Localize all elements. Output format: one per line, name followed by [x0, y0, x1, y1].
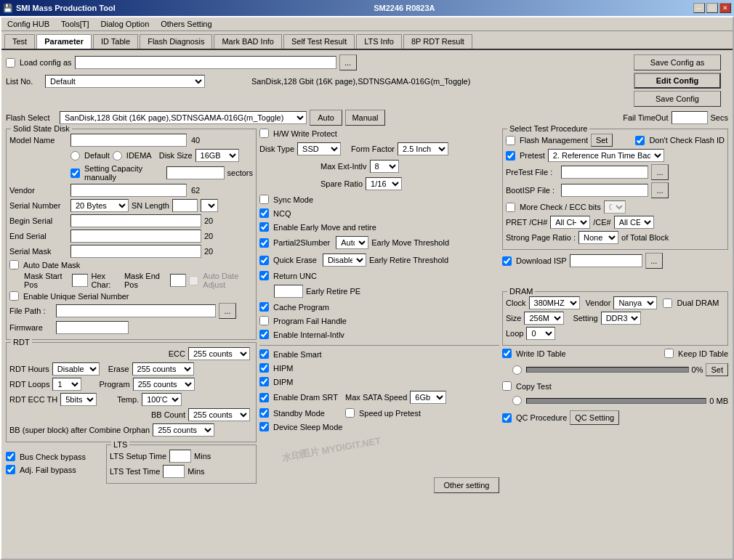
pretest-file-browse-button[interactable]: ... [651, 164, 669, 180]
close-button[interactable]: ✕ [719, 3, 731, 13]
disk-type-select[interactable]: SSD [297, 142, 341, 155]
vendor-input[interactable]: SMI DISK [70, 184, 187, 197]
lts-setup-time-input[interactable]: 10 [169, 450, 191, 463]
begin-serial-input[interactable]: AA00000000000001803 [70, 214, 201, 227]
flash-select-dropdown[interactable]: SanDisk,128 Gbit (16K page),SDTNSGAMA-01… [60, 111, 307, 124]
strong-page-ratio-select[interactable]: None [578, 231, 618, 244]
boot-isp-file-browse-button[interactable]: ... [651, 182, 669, 198]
dram-loop-select[interactable]: 0 [526, 327, 555, 340]
dram-clock-select[interactable]: 380MHZ [529, 296, 580, 309]
more-check-select[interactable]: 0 [604, 200, 626, 214]
menu-config-hub[interactable]: Config HUB [4, 19, 52, 29]
max-ext-intlv-select[interactable]: 8 [370, 160, 399, 173]
bb-count-select[interactable]: 255 counts [188, 408, 250, 421]
enable-unique-serial-checkbox[interactable] [9, 291, 19, 301]
mask-end-pos-input[interactable]: 10 [170, 274, 186, 287]
set-button[interactable]: Set [706, 363, 728, 376]
standby-mode-checkbox[interactable] [259, 408, 269, 418]
tab-lts-info[interactable]: LTS Info [356, 34, 402, 49]
adj-fail-bypass-checkbox[interactable] [6, 465, 15, 474]
disk-size-select[interactable]: 16GB [195, 149, 239, 162]
download-isp-input[interactable]: ISP2246.bin [570, 254, 642, 267]
save-config-as-button[interactable]: Save Config as [634, 54, 721, 70]
tab-parameter[interactable]: Parameter [36, 34, 92, 49]
file-path-input[interactable] [56, 304, 216, 317]
maximize-button[interactable]: □ [706, 3, 718, 13]
flash-management-checkbox[interactable] [506, 136, 515, 145]
program-fail-handle-checkbox[interactable] [259, 316, 269, 325]
auto-date-mask-checkbox[interactable] [9, 260, 19, 269]
mask-start-pos-input[interactable]: 3 [72, 274, 88, 287]
ecc-select[interactable]: 255 counts [188, 347, 250, 360]
lts-test-time-input[interactable]: 30 [163, 465, 185, 478]
dram-size-select[interactable]: 256M [524, 312, 564, 325]
hipm-checkbox[interactable] [259, 363, 269, 373]
enable-smart-checkbox[interactable] [259, 349, 269, 359]
model-name-input[interactable]: SMI DISK [70, 134, 187, 147]
sync-mode-checkbox[interactable] [259, 195, 269, 204]
dont-check-flash-id-checkbox[interactable] [635, 136, 645, 145]
tab-8p-rdt-result[interactable]: 8P RDT Result [403, 34, 472, 49]
serial-mask-input[interactable]: AA################## [70, 245, 201, 258]
temp-select[interactable]: 100'C [142, 393, 182, 406]
sn-length-unit-select[interactable] [201, 199, 218, 212]
tab-flash-diagnosis[interactable]: Flash Diagnosis [140, 34, 212, 49]
serial-number-select[interactable]: 20 Bytes [70, 199, 129, 212]
dipm-checkbox[interactable] [259, 377, 269, 386]
tab-mark-bad-info[interactable]: Mark BAD Info [214, 34, 282, 49]
rdt-ecc-th-select[interactable]: 5bits [60, 393, 97, 406]
pretest-checkbox[interactable] [506, 151, 515, 161]
idema-radio[interactable] [113, 151, 122, 161]
other-setting-button[interactable]: Other setting [434, 477, 499, 493]
bb-super-block-select[interactable]: 255 counts [153, 423, 214, 437]
device-sleep-mode-checkbox[interactable] [259, 422, 269, 431]
ncq-checkbox[interactable] [259, 208, 269, 218]
program-select[interactable]: 255 counts [133, 378, 195, 391]
tab-id-table[interactable]: ID Table [93, 34, 138, 49]
load-config-input[interactable] [75, 56, 336, 69]
fail-timeout-input[interactable]: 600 [672, 111, 708, 124]
more-check-checkbox[interactable] [506, 203, 515, 212]
copy-test-checkbox[interactable] [502, 381, 512, 391]
partial-slumber-checkbox[interactable] [259, 238, 269, 248]
load-config-browse-button[interactable]: ... [339, 54, 357, 70]
enable-early-move-checkbox[interactable] [259, 222, 269, 232]
hw-write-protect-checkbox[interactable] [259, 129, 269, 138]
rdt-loops-select[interactable]: 1 [52, 378, 81, 391]
enable-internal-intlv-checkbox[interactable] [259, 330, 269, 339]
auto-date-adjust-checkbox[interactable] [189, 276, 198, 285]
default-radio[interactable] [70, 151, 80, 161]
all-ch-select[interactable]: All CH [550, 216, 590, 229]
dram-vendor-select[interactable]: Nanya [613, 296, 657, 309]
all-ce-select[interactable]: All CE [614, 216, 654, 229]
dram-setting-select[interactable]: DDR3 [601, 312, 641, 325]
setting-cap-input[interactable]: 374041632 [166, 166, 225, 179]
pretest-file-input[interactable]: PTEST2246.bin [561, 166, 648, 179]
menu-tools[interactable]: Tools[T] [58, 19, 92, 29]
menu-dialog-option[interactable]: Dialog Option [98, 19, 153, 29]
end-serial-input[interactable]: AA9999999999999999 [70, 230, 201, 243]
form-factor-select[interactable]: 2.5 Inch [398, 142, 448, 155]
enable-dram-srt-checkbox[interactable] [259, 393, 269, 402]
pretest-select[interactable]: 2. Reference Run Time Bad [548, 149, 664, 162]
rdt-hours-select[interactable]: Disable [52, 362, 100, 376]
bus-check-bypass-checkbox[interactable] [6, 452, 15, 461]
auto-button[interactable]: Auto [310, 110, 342, 126]
early-retire-threshold-select[interactable]: Disable [323, 253, 366, 267]
qc-procedure-checkbox[interactable] [502, 413, 512, 423]
save-config-button[interactable]: Save Config [634, 91, 721, 107]
write-id-table-checkbox[interactable] [502, 349, 512, 358]
quick-erase-checkbox[interactable] [259, 256, 269, 265]
max-sata-speed-select[interactable]: 6Gb [410, 391, 446, 404]
qc-setting-button[interactable]: QC Setting [570, 410, 619, 425]
download-isp-checkbox[interactable] [502, 256, 512, 266]
spare-ratio-select[interactable]: 1/16 [366, 177, 402, 190]
list-no-select[interactable]: Default [45, 75, 205, 88]
early-move-threshold-select[interactable]: Auto [336, 236, 368, 249]
firmware-input[interactable] [56, 321, 129, 334]
setting-capacity-checkbox[interactable] [70, 169, 80, 178]
edit-config-button[interactable]: Edit Config [634, 73, 721, 89]
menu-others-setting[interactable]: Others Setting [158, 19, 214, 29]
erase-select[interactable]: 255 counts [132, 362, 194, 376]
load-config-checkbox[interactable] [6, 58, 15, 68]
